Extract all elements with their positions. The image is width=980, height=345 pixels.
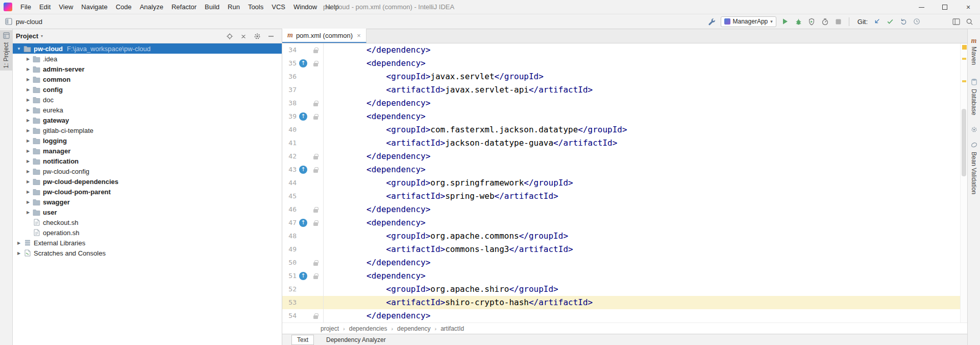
git-update-button[interactable]: [872, 17, 881, 26]
chevron-right-icon[interactable]: ▶: [24, 67, 32, 72]
maven-dependency-gutter-icon[interactable]: ↑: [299, 59, 307, 67]
menu-window[interactable]: Window: [289, 0, 321, 14]
tree-item-pw-cloud-dependencies[interactable]: ▶pw-cloud-dependencies: [13, 176, 282, 187]
menu-edit[interactable]: Edit: [35, 0, 55, 14]
stop-button[interactable]: [834, 17, 843, 26]
tree-item-config[interactable]: ▶config: [13, 84, 282, 95]
breadcrumb-item-dependency[interactable]: dependency: [397, 325, 430, 332]
breadcrumb-item-project[interactable]: project: [321, 325, 339, 332]
bottom-tab-text[interactable]: Text: [291, 335, 314, 345]
run-configuration-select[interactable]: ManagerApp ▾: [721, 16, 776, 27]
run-with-coverage-button[interactable]: [807, 17, 816, 26]
maven-dependency-gutter-icon[interactable]: ↑: [299, 219, 307, 227]
editor-tab-pom-xml[interactable]: m pom.xml (common) ×: [282, 29, 366, 43]
bottom-tab-dependency-analyzer[interactable]: Dependency Analyzer: [321, 335, 391, 344]
chevron-right-icon[interactable]: ▶: [24, 149, 32, 153]
tree-item-pw-cloud[interactable]: ▼pw-cloudF:\java_workspace\pw-cloud: [13, 43, 282, 54]
wrench-icon[interactable]: [707, 17, 716, 26]
code-line-37[interactable]: 37 <artifactId>javax.servlet-api</artifa…: [282, 83, 960, 97]
code-line-46[interactable]: 46 </dependency>: [282, 203, 960, 216]
maximize-button[interactable]: [933, 0, 957, 14]
code-line-34[interactable]: 34 </dependency>: [282, 43, 960, 57]
inspection-indicator-icon[interactable]: [962, 45, 967, 50]
menu-file[interactable]: File: [16, 0, 35, 14]
gear-icon[interactable]: [253, 32, 261, 40]
maven-dependency-gutter-icon[interactable]: ↑: [299, 166, 307, 174]
collapse-all-icon[interactable]: [239, 32, 247, 40]
chevron-right-icon[interactable]: ▶: [24, 57, 32, 61]
tab-close-icon[interactable]: ×: [357, 32, 361, 39]
code-line-40[interactable]: 40 <groupId>com.fasterxml.jackson.dataty…: [282, 123, 960, 136]
project-panel-title[interactable]: Project: [16, 32, 38, 40]
menu-code[interactable]: Code: [112, 0, 136, 14]
tool-stripe-project-button[interactable]: 1: Project: [0, 30, 12, 71]
code-line-53[interactable]: 53 <artifactId>shiro-crypto-hash</artifa…: [282, 296, 960, 309]
code-line-49[interactable]: 49 <artifactId>commons-lang3</artifactId…: [282, 243, 960, 256]
code-line-43[interactable]: 43↑ <dependency>: [282, 163, 960, 176]
breadcrumb-item-dependencies[interactable]: dependencies: [349, 325, 387, 332]
code-line-35[interactable]: 35↑ <dependency>: [282, 57, 960, 70]
code-line-44[interactable]: 44 <groupId>org.springframework</groupId…: [282, 176, 960, 190]
tree-item-common[interactable]: ▶common: [13, 74, 282, 84]
tree-item-admin-server[interactable]: ▶admin-server: [13, 64, 282, 74]
tree-item--idea[interactable]: ▶.idea: [13, 54, 282, 64]
chevron-right-icon[interactable]: ▶: [24, 179, 32, 184]
git-commit-button[interactable]: [886, 17, 894, 26]
menu-refactor[interactable]: Refactor: [167, 0, 201, 14]
warning-stripe-mark[interactable]: [962, 58, 966, 60]
chevron-right-icon[interactable]: ▶: [24, 108, 32, 112]
code-line-39[interactable]: 39↑ <dependency>: [282, 110, 960, 123]
tree-item-manager[interactable]: ▶manager: [13, 146, 282, 156]
code-line-38[interactable]: 38 </dependency>: [282, 97, 960, 110]
layout-button[interactable]: [952, 17, 961, 26]
chevron-right-icon[interactable]: ▶: [24, 210, 32, 215]
tool-stripe-database-button[interactable]: Database: [969, 76, 978, 117]
minimize-button[interactable]: [910, 0, 933, 14]
menu-vcs[interactable]: VCS: [267, 0, 289, 14]
tree-item-operation-sh[interactable]: operation.sh: [13, 227, 282, 238]
tree-item-checkout-sh[interactable]: checkout.sh: [13, 217, 282, 227]
maven-dependency-gutter-icon[interactable]: ↑: [299, 272, 307, 280]
code-area[interactable]: 34 </dependency>35↑ <dependency>36 <grou…: [282, 43, 967, 323]
search-everywhere-icon[interactable]: [965, 17, 974, 26]
tree-item-notification[interactable]: ▶notification: [13, 156, 282, 166]
chevron-right-icon[interactable]: ▶: [24, 139, 32, 143]
tree-item-doc[interactable]: ▶doc: [13, 95, 282, 105]
editor-scrollbar[interactable]: [960, 43, 967, 323]
code-line-50[interactable]: 50 </dependency>: [282, 256, 960, 269]
tool-stripe-gear-button[interactable]: [970, 124, 978, 136]
code-line-52[interactable]: 52 <groupId>org.apache.shiro</groupId>: [282, 283, 960, 296]
breadcrumb-item-artifactId[interactable]: artifactId: [440, 325, 464, 332]
close-button[interactable]: ×: [957, 0, 980, 14]
debug-button[interactable]: [794, 17, 803, 26]
locate-file-icon[interactable]: [226, 32, 233, 40]
chevron-right-icon[interactable]: ▶: [15, 251, 23, 256]
tree-item-swagger[interactable]: ▶swagger: [13, 197, 282, 207]
tree-item-logging[interactable]: ▶logging: [13, 135, 282, 146]
chevron-down-icon[interactable]: ▼: [15, 47, 23, 51]
chevron-right-icon[interactable]: ▶: [24, 200, 32, 204]
tree-item-gateway[interactable]: ▶gateway: [13, 115, 282, 125]
tree-item-external-libraries[interactable]: ▶External Libraries: [13, 238, 282, 248]
code-line-47[interactable]: 47↑ <dependency>: [282, 216, 960, 229]
chevron-right-icon[interactable]: ▶: [24, 159, 32, 164]
menu-tools[interactable]: Tools: [244, 0, 267, 14]
chevron-right-icon[interactable]: ▶: [24, 169, 32, 174]
chevron-right-icon[interactable]: ▶: [24, 77, 32, 82]
tool-stripe-bean-validation-button[interactable]: Bean Validation: [969, 140, 978, 196]
menu-run[interactable]: Run: [224, 0, 244, 14]
tree-item-scratches-and-consoles[interactable]: ▶Scratches and Consoles: [13, 248, 282, 258]
hide-panel-icon[interactable]: [267, 32, 275, 40]
chevron-down-icon[interactable]: ▾: [41, 34, 43, 38]
code-line-54[interactable]: 54 </dependency>: [282, 309, 960, 323]
tree-item-pw-cloud-config[interactable]: ▶pw-cloud-config: [13, 166, 282, 176]
code-line-45[interactable]: 45 <artifactId>spring-web</artifactId>: [282, 190, 960, 203]
chevron-right-icon[interactable]: ▶: [24, 98, 32, 102]
menu-analyze[interactable]: Analyze: [136, 0, 167, 14]
profiler-button[interactable]: [821, 17, 829, 26]
chevron-right-icon[interactable]: ▶: [24, 87, 32, 92]
warning-stripe-mark[interactable]: [962, 80, 966, 82]
toolbar-project-name[interactable]: pw-cloud: [16, 18, 42, 26]
tree-item-pw-cloud-pom-parent[interactable]: ▶pw-cloud-pom-parent: [13, 187, 282, 197]
history-button[interactable]: [912, 17, 921, 26]
